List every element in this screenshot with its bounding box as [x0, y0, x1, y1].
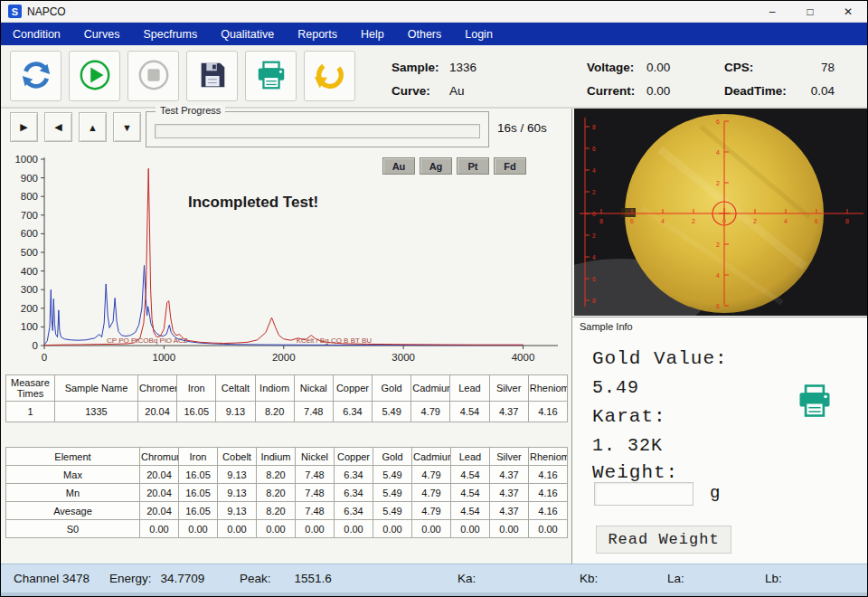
gold-value: 5.49 — [592, 377, 639, 398]
read-weight-button[interactable]: Read Weight — [596, 526, 731, 554]
app-logo-icon: S — [8, 5, 22, 18]
current-value: 0.00 — [646, 84, 670, 98]
element-fd-button[interactable]: Fd — [494, 157, 526, 175]
toolbar-sample-group: Sample:1336 Curve:Au — [392, 55, 476, 102]
menu-curves[interactable]: Curves — [72, 23, 132, 45]
table-cell: 9.13 — [218, 484, 257, 502]
svg-text:300: 300 — [21, 284, 38, 295]
table-cell: 7.48 — [296, 484, 335, 502]
table-cell: S0 — [6, 520, 140, 538]
table-cell: 0.00 — [257, 520, 296, 538]
table-cell: 7.48 — [294, 402, 333, 422]
close-button[interactable]: ✕ — [829, 1, 867, 22]
status-channel: Channel 3478 — [14, 572, 90, 585]
cps-label: CPS: — [724, 61, 800, 74]
deadtime-label: DeadTime: — [724, 84, 800, 98]
table-row[interactable]: 1133520.0416.059.138.207.486.345.494.794… — [6, 402, 568, 422]
element-au-button[interactable]: Au — [382, 157, 415, 175]
print-button[interactable] — [245, 51, 297, 101]
table-row: Avesage20.0416.059.138.207.486.345.494.7… — [6, 502, 568, 520]
step-forward-button[interactable]: ▶ — [10, 112, 38, 142]
svg-text:4: 4 — [784, 218, 788, 224]
weight-label: Weight: — [592, 462, 678, 483]
svg-text:700: 700 — [21, 210, 38, 221]
scale-down-button[interactable]: ▼ — [113, 112, 141, 142]
table-cell: 0.00 — [451, 520, 490, 538]
table-cell: 4.16 — [528, 402, 567, 422]
table-cell: 4.79 — [411, 402, 450, 422]
table-cell: 20.04 — [138, 402, 177, 422]
refresh-button[interactable] — [10, 51, 61, 101]
toolbar-voltage-group: Voltage:0.00 Current:0.00 — [587, 55, 670, 102]
svg-text:4: 4 — [592, 254, 596, 261]
status-peak: Peak:1551.6 — [240, 572, 332, 585]
svg-text:400: 400 — [21, 266, 38, 277]
svg-text:6: 6 — [592, 276, 596, 282]
menu-bar: Condition Curves Specfrums Qualitative R… — [1, 23, 867, 45]
printer-icon — [795, 410, 835, 423]
status-la: La: — [667, 572, 693, 585]
svg-text:1000: 1000 — [153, 352, 176, 363]
status-bar: Channel 3478 Energy:34.7709 Peak:1551.6 … — [1, 564, 867, 596]
voltage-label: Voltage: — [587, 61, 646, 74]
menu-help[interactable]: Help — [349, 23, 396, 45]
svg-text:6: 6 — [716, 303, 720, 309]
column-header: Nickel — [296, 448, 335, 466]
column-header: Chromem — [138, 375, 177, 402]
column-header: Copper — [333, 375, 372, 402]
table-cell: 4.16 — [529, 484, 568, 502]
menu-reports[interactable]: Reports — [286, 23, 349, 45]
svg-text:4: 4 — [592, 167, 596, 174]
maximize-button[interactable]: □ — [791, 1, 829, 22]
stop-test-button[interactable] — [127, 51, 179, 101]
column-header: Indium — [257, 448, 296, 466]
table-cell: 20.04 — [140, 466, 179, 484]
weight-input[interactable] — [594, 482, 693, 506]
table-cell: 4.79 — [412, 484, 451, 502]
column-header: Chromum — [140, 448, 179, 466]
toolbar-cps-group: CPS:78 DeadTime:0.04 — [724, 55, 835, 102]
minimize-button[interactable]: – — [753, 1, 791, 22]
table-cell: 4.79 — [412, 466, 451, 484]
undo-button[interactable] — [304, 51, 355, 101]
table-cell: 4.16 — [529, 466, 568, 484]
print-sample-button[interactable] — [795, 381, 835, 421]
header-row: Measare TimesSample NameChromemIronCelta… — [6, 375, 568, 402]
table-cell: 8.20 — [257, 484, 296, 502]
weight-unit: g — [710, 483, 720, 503]
save-button[interactable] — [186, 51, 238, 101]
scale-up-button[interactable]: ▲ — [79, 112, 107, 142]
table-cell: 1 — [6, 402, 55, 422]
undo-icon — [313, 58, 347, 95]
table-cell: 0.00 — [218, 520, 257, 538]
gold-value-label: Gold Value: — [592, 348, 728, 369]
column-header: Cobelt — [218, 448, 257, 466]
svg-text:4: 4 — [661, 218, 665, 224]
svg-text:4: 4 — [716, 149, 720, 156]
element-pt-button[interactable]: Pt — [457, 157, 489, 175]
status-ka: Ka: — [458, 572, 485, 585]
menu-condition[interactable]: Condition — [1, 23, 72, 45]
element-ag-button[interactable]: Ag — [420, 157, 452, 175]
menu-specfrums[interactable]: Specfrums — [131, 23, 209, 45]
column-header: Copper — [335, 448, 373, 466]
svg-text:0: 0 — [592, 211, 596, 217]
start-test-button[interactable] — [69, 51, 120, 101]
svg-text:800: 800 — [21, 191, 38, 202]
column-header: Lead — [451, 448, 490, 466]
refresh-icon — [19, 58, 53, 95]
cps-value: 78 — [800, 61, 835, 74]
table-cell: 7.48 — [296, 502, 335, 520]
table-cell: Avesage — [6, 502, 140, 520]
step-back-button[interactable]: ◀ — [44, 112, 72, 142]
table-cell: 0.00 — [490, 520, 529, 538]
table-cell: Max — [6, 466, 140, 484]
status-kb: Kb: — [580, 572, 607, 585]
menu-login[interactable]: Login — [453, 23, 505, 45]
menu-qualitative[interactable]: Qualitative — [209, 23, 286, 45]
sample-label: Sample: — [392, 61, 449, 74]
menu-others[interactable]: Others — [396, 23, 454, 45]
column-header: Rheniom — [528, 375, 567, 402]
svg-text:8: 8 — [599, 218, 603, 224]
svg-text:4000: 4000 — [512, 352, 535, 363]
